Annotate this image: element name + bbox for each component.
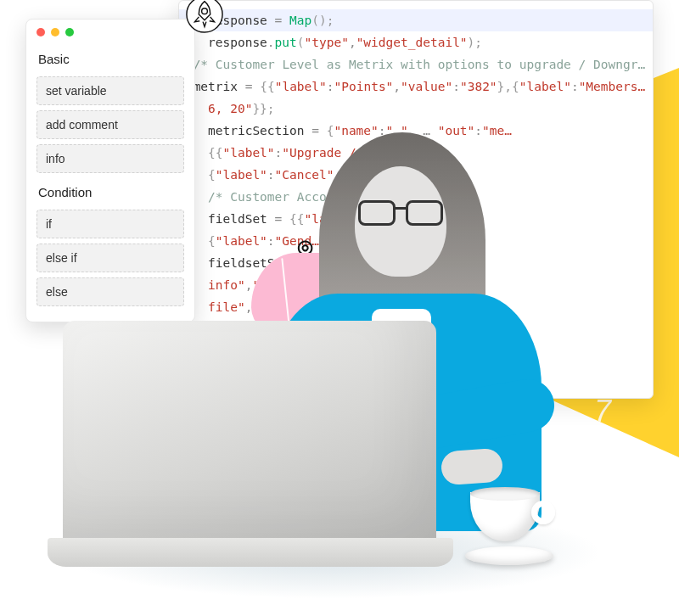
snippet-chip[interactable]: info bbox=[36, 144, 184, 173]
coffee-cup bbox=[465, 492, 558, 565]
code-line[interactable]: ▾response = Map(); bbox=[179, 9, 653, 31]
code-line[interactable]: ▾metrix = {{"label":"Points","value":"38… bbox=[179, 76, 653, 98]
snippet-chip[interactable]: else if bbox=[36, 244, 184, 272]
snippet-chip[interactable]: set variable bbox=[36, 76, 184, 105]
code-text: response.put("type","widget_detail"); bbox=[208, 31, 644, 53]
snippet-panel: Basicset variableadd commentinfoConditio… bbox=[25, 19, 195, 322]
laptop bbox=[63, 321, 436, 567]
snippet-chip[interactable]: else bbox=[36, 277, 184, 306]
snippet-chip[interactable]: add comment bbox=[36, 110, 184, 139]
panel-section-title: Basic bbox=[26, 45, 194, 71]
code-line[interactable]: ▾/* Customer Level as Metrix with option… bbox=[179, 53, 653, 76]
window-controls bbox=[26, 20, 194, 45]
panel-section-title: Condition bbox=[26, 178, 194, 204]
code-text: metrix = {{"label":"Points","value":"382… bbox=[194, 76, 646, 98]
zoom-dot[interactable] bbox=[65, 28, 74, 36]
snippet-chip[interactable]: if bbox=[36, 210, 184, 238]
minimize-dot[interactable] bbox=[51, 28, 59, 36]
code-text: response = Map(); bbox=[208, 9, 644, 31]
close-dot[interactable] bbox=[36, 28, 45, 36]
code-text: /* Customer Level as Metrix with options… bbox=[194, 53, 646, 76]
code-line[interactable]: ▾response.put("type","widget_detail"); bbox=[179, 31, 653, 53]
rocket-icon bbox=[185, 0, 224, 34]
